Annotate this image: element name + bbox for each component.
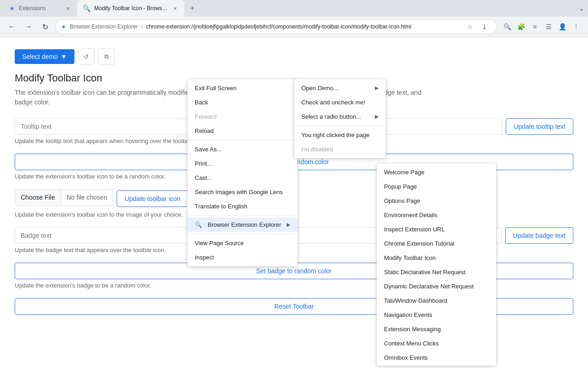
context-menu-item-8[interactable]: Translate to English [187, 199, 298, 213]
forward-button[interactable]: → [22, 20, 35, 33]
submenu1-arrow-icon: ▶ [375, 114, 379, 120]
context-menu-item-label: Save As... [195, 146, 222, 153]
reload-button[interactable]: ↻ [39, 20, 51, 33]
context-menu: Exit Full ScreenBackForwardReloadSave As… [187, 79, 298, 266]
submenu2-item-2[interactable]: Options Page [377, 194, 496, 208]
context-menu-item-5[interactable]: Print... [187, 156, 298, 171]
url-text: Browser Extension Explorer | chrome-exte… [70, 23, 460, 30]
tab-modify-title: Modify Toolbar Icon - Browser... [94, 5, 168, 12]
install-button[interactable]: ⤓ [478, 20, 491, 33]
select-demo-button[interactable]: Select demo ▼ [15, 49, 74, 64]
submenu2-item-11[interactable]: Extension Messaging [377, 322, 496, 336]
tab-modify-close[interactable]: ✕ [171, 5, 179, 12]
submenu2-item-14[interactable]: Native Browser Google OAuth [377, 365, 496, 366]
submenu1-item-label: You right clicked the page [301, 132, 369, 138]
update-badge-button[interactable]: Update badge text [505, 227, 573, 244]
no-file-label: No file chosen [61, 189, 113, 206]
context-menu-item-3[interactable]: Reload [187, 124, 298, 138]
context-menu-item-9[interactable]: 🔍Browser Extension Explorer▶ [187, 218, 298, 232]
tab-extensions[interactable]: ★ Extensions ✕ [4, 0, 77, 17]
submenu2-item-6[interactable]: Modify Toolbar Icon [377, 251, 496, 265]
context-menu-item-label: Forward [195, 113, 217, 120]
context-menu-item-0[interactable]: Exit Full Screen [187, 81, 298, 95]
file-input-row: Choose File No file chosen [15, 189, 113, 206]
omnibox-bar: ← → ↻ ✦ Browser Extension Explorer | chr… [0, 17, 588, 37]
select-demo-arrow: ▼ [61, 53, 67, 60]
context-menu-item-label: Back [195, 99, 208, 106]
context-menu-item-label: Cast... [195, 174, 212, 181]
context-menu-item-label: Exit Full Screen [195, 85, 237, 92]
minimize-tabs-icon[interactable]: ⌄ [579, 5, 584, 12]
context-menu-item-11[interactable]: Inspect [187, 250, 298, 264]
omnibox[interactable]: ✦ Browser Extension Explorer | chrome-ex… [55, 19, 497, 34]
tab-end-controls: ⌄ [579, 5, 584, 12]
submenu1-item-0[interactable]: Open Demo...▶ [294, 81, 386, 95]
profiles-button[interactable]: ≡ [528, 20, 541, 33]
update-toolbar-icon-button[interactable]: Update toolbar icon [117, 190, 188, 207]
context-menu-divider [187, 215, 298, 216]
submenu1-item-label: Check and uncheck me! [301, 99, 365, 106]
context-menu-item-10[interactable]: View Page Source [187, 236, 298, 250]
modify-tab-icon: 🔍 [83, 5, 90, 12]
context-menu-item-2: Forward [187, 109, 298, 124]
omnibox-actions: ☆ ⤓ [464, 20, 491, 33]
context-menu-item-7[interactable]: Search Images with Google Lens [187, 185, 298, 199]
chrome-actions: 🔍 🧩 ≡ ☰ 👤 ⋮ [501, 20, 582, 33]
submenu2-item-5[interactable]: Chrome Extension Tutorial [377, 236, 496, 251]
window-controls[interactable]: ☰ [542, 20, 555, 33]
more-button[interactable]: ⋮ [570, 20, 582, 33]
submenu2-item-0[interactable]: Welcome Page [377, 165, 496, 179]
submenu2-item-12[interactable]: Context Menu Clicks [377, 336, 496, 351]
submenu1-item-1[interactable]: Check and uncheck me! [294, 95, 386, 109]
select-demo-bar: Select demo ▼ ↺ ⧉ [15, 48, 573, 65]
tab-extensions-title: Extensions [19, 5, 61, 12]
submenu2-item-1[interactable]: Popup Page [377, 179, 496, 194]
submenu2-item-8[interactable]: Dynamic Declarative Net Request [377, 279, 496, 293]
submenu2-item-13[interactable]: Omnibox Events [377, 351, 496, 365]
submenu2-item-4[interactable]: Inspect Extension URL [377, 222, 496, 236]
submenu1-item-4: I'm disabled [294, 142, 386, 156]
submenu1-arrow-icon: ▶ [375, 85, 379, 91]
context-menu-divider [187, 140, 298, 140]
reload-icon-button[interactable]: ↺ [78, 48, 95, 65]
context-menu-item-label: Browser Extension Explorer [208, 221, 281, 228]
update-tooltip-button[interactable]: Update tooltip text [506, 118, 573, 135]
submenu2-item-3[interactable]: Environment Details [377, 208, 496, 222]
submenu1-item-3[interactable]: You right clicked the page [294, 128, 386, 142]
search-icon: 🔍 [195, 221, 202, 228]
submenu2-item-7[interactable]: Static Declarative Net Request [377, 265, 496, 279]
site-name: Browser Extension Explorer [70, 23, 138, 30]
tab-extensions-close[interactable]: ✕ [64, 5, 72, 12]
choose-file-button[interactable]: Choose File [15, 189, 61, 206]
submenu2-item-9[interactable]: Tab/Window Dashboard [377, 293, 496, 308]
back-button[interactable]: ← [6, 20, 18, 33]
context-menu-item-label: Print... [195, 160, 212, 167]
context-menu-item-label: Search Images with Google Lens [195, 189, 283, 196]
submenu1: Open Demo...▶Check and uncheck me!Select… [294, 79, 386, 158]
new-tab-button[interactable]: + [186, 2, 199, 15]
extensions-tab-icon: ★ [9, 5, 15, 12]
submenu1-divider [294, 126, 386, 126]
account-button[interactable]: 👤 [556, 20, 569, 33]
bookmark-button[interactable]: ☆ [464, 20, 476, 33]
context-menu-item-label: Reload [195, 127, 214, 134]
open-tab-icon-button[interactable]: ⧉ [98, 48, 115, 65]
submenu2-extension-list: Welcome PagePopup PageOptions PageEnviro… [377, 163, 496, 366]
url-path: chrome-extension://jnofdoejfipgalklopidp… [146, 23, 412, 30]
browser-chrome: ★ Extensions ✕ 🔍 Modify Toolbar Icon - B… [0, 0, 588, 37]
context-menu-item-1[interactable]: Back [187, 95, 298, 109]
extensions-button[interactable]: 🧩 [514, 20, 527, 33]
submenu1-item-label: Open Demo... [301, 85, 339, 92]
context-menu-item-label: View Page Source [195, 240, 244, 247]
context-menu-item-4[interactable]: Save As... [187, 142, 298, 156]
tab-modify[interactable]: 🔍 Modify Toolbar Icon - Browser... ✕ [77, 0, 184, 17]
submenu1-item-label: I'm disabled [301, 146, 333, 153]
submenu1-item-label: Select a radio button... [301, 113, 361, 120]
submenu1-item-2[interactable]: Select a radio button...▶ [294, 109, 386, 124]
context-menu-item-6[interactable]: Cast... [187, 171, 298, 185]
search-button[interactable]: 🔍 [501, 20, 514, 33]
submenu2-item-10[interactable]: Navigation Events [377, 308, 496, 322]
submenu-arrow-icon: ▶ [287, 222, 290, 228]
select-demo-label: Select demo [22, 53, 58, 60]
url-separator: | [141, 23, 142, 30]
